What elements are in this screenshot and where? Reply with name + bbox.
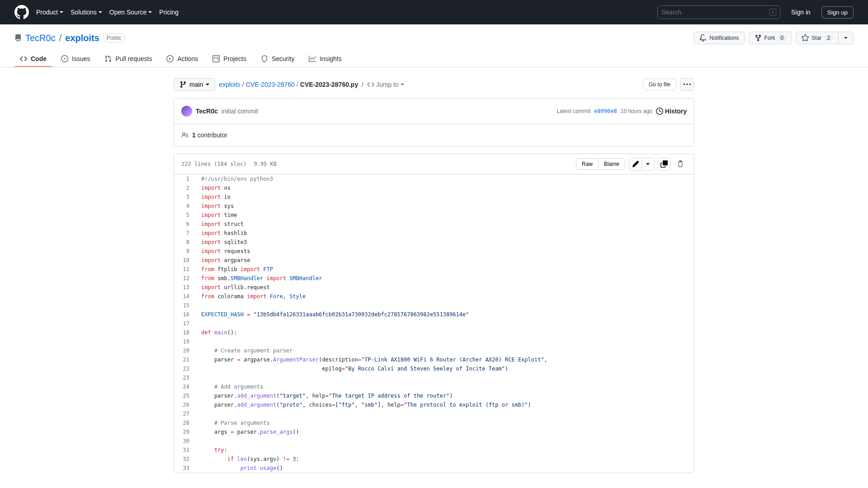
line-content: parser.add_argument("target", help="The … [197,391,453,400]
github-logo[interactable] [14,5,29,19]
line-number[interactable]: 6 [174,220,197,229]
code-line: 8import sqlite3 [174,238,694,247]
commit-time: 10 hours ago [621,108,652,114]
line-content: epilog="By Rocco Calvi and Steven Seeley… [197,364,508,373]
chevron-down-icon [99,11,102,13]
author-avatar[interactable] [181,106,192,117]
breadcrumb-root[interactable]: exploits [219,81,240,88]
line-number[interactable]: 27 [174,409,197,418]
line-content [197,301,201,310]
line-number[interactable]: 12 [174,274,197,283]
chevron-down-icon [844,37,848,39]
author-link[interactable]: TecR0c [196,108,218,115]
raw-button[interactable]: Raw [576,158,598,170]
line-content: import sqlite3 [197,238,247,247]
line-number[interactable]: 31 [174,446,197,455]
tab-insights[interactable]: Insights [303,52,347,67]
line-number[interactable]: 1 [174,174,197,183]
sign-in-link[interactable]: Sign in [788,6,814,19]
commit-message[interactable]: initial commit [222,108,258,115]
line-number[interactable]: 21 [174,355,197,364]
line-number[interactable]: 32 [174,455,197,464]
chevron-down-icon [401,84,404,85]
line-number[interactable]: 20 [174,346,197,355]
tab-issues[interactable]: Issues [56,52,95,67]
delete-button[interactable] [674,158,687,170]
more-actions-button[interactable] [680,78,694,91]
global-search[interactable]: / [657,5,780,19]
line-number[interactable]: 17 [174,319,197,328]
blame-button[interactable]: Blame [598,158,625,170]
go-to-file-button[interactable]: Go to file [643,79,676,90]
line-content: import io [197,192,231,202]
history-link[interactable]: History [656,108,687,115]
star-button[interactable]: Star 2 [796,32,839,44]
nav-solutions[interactable]: Solutions [71,6,102,19]
line-number[interactable]: 2 [174,183,197,192]
line-number[interactable]: 30 [174,436,197,446]
search-input[interactable] [661,9,769,16]
line-number[interactable]: 33 [174,464,197,473]
jump-to-button[interactable]: Jump to [367,81,404,88]
line-number[interactable]: 28 [174,418,197,427]
nav-product[interactable]: Product [36,6,63,19]
code-line: 4import sys [174,202,694,211]
line-number[interactable]: 24 [174,382,197,391]
code-line: 21 parser = argparse.ArgumentParser(desc… [174,355,694,364]
line-number[interactable]: 14 [174,292,197,301]
sign-up-button[interactable]: Sign up [821,6,854,19]
line-number[interactable]: 7 [174,229,197,238]
code-line: 24 # Add arguments [174,382,694,391]
line-number[interactable]: 8 [174,238,197,247]
line-number[interactable]: 10 [174,256,197,265]
line-content: import os [197,183,231,192]
fork-button[interactable]: Fork 0 [749,32,793,44]
line-number[interactable]: 5 [174,211,197,220]
line-number[interactable]: 18 [174,328,197,337]
code-content[interactable]: 1#!/usr/bin/env python32import os3import… [174,174,694,473]
repo-name-link[interactable]: exploits [65,33,99,43]
edit-dropdown[interactable] [642,158,654,170]
line-number[interactable]: 25 [174,391,197,400]
line-number[interactable]: 11 [174,265,197,274]
line-content [197,319,201,328]
tab-projects[interactable]: Projects [207,52,252,67]
code-line: 18def main(): [174,328,694,337]
line-content: # Parse arguments [197,418,270,427]
line-number[interactable]: 29 [174,427,197,436]
code-line: 33 print usage() [174,464,694,473]
nav-open-source[interactable]: Open Source [109,6,152,19]
tab-pull-requests[interactable]: Pull requests [99,52,157,67]
line-number[interactable]: 3 [174,192,197,202]
tab-security[interactable]: Security [255,52,300,67]
tab-actions[interactable]: Actions [161,52,203,67]
notifications-button[interactable]: Notifications [693,32,745,44]
line-number[interactable]: 4 [174,202,197,211]
file-breadcrumb: exploits / CVE-2023-28760 / CVE-2023-287… [219,81,363,88]
nav-pricing[interactable]: Pricing [159,6,179,19]
line-number[interactable]: 13 [174,283,197,292]
branch-select[interactable]: main [174,78,215,91]
code-line: 28 # Parse arguments [174,418,694,427]
line-number[interactable]: 15 [174,301,197,310]
commit-box: TecR0c initial commit Latest commit e809… [174,98,694,146]
repo-owner-link[interactable]: TecR0c [25,33,56,43]
star-dropdown[interactable] [839,32,854,44]
chevron-down-icon [646,163,650,165]
edit-button[interactable] [629,158,642,170]
line-number[interactable]: 16 [174,310,197,319]
raw-blame-group: RawBlame [576,158,625,170]
chevron-down-icon [148,11,152,13]
pr-icon [104,55,112,62]
line-number[interactable]: 22 [174,364,197,373]
copy-button[interactable] [658,158,670,170]
pencil-icon [632,160,639,168]
tab-code[interactable]: Code [14,52,52,67]
line-content: from smb.SMBHandler import SMBHandler [197,274,322,283]
line-number[interactable]: 23 [174,373,197,382]
commit-sha[interactable]: e8096e8 [594,108,617,114]
breadcrumb-dir[interactable]: CVE-2023-28760 [246,81,295,88]
line-number[interactable]: 19 [174,337,197,346]
line-number[interactable]: 9 [174,247,197,256]
line-number[interactable]: 26 [174,400,197,409]
